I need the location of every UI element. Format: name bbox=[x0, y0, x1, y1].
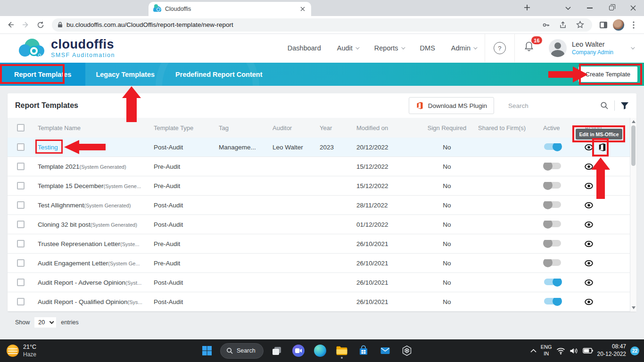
browser-menu-icon[interactable] bbox=[627, 18, 640, 32]
mail-icon[interactable] bbox=[377, 342, 394, 359]
preview-eye-icon[interactable] bbox=[585, 144, 593, 150]
nav-dms[interactable]: DMS bbox=[420, 44, 435, 52]
row-checkbox[interactable] bbox=[17, 279, 25, 286]
edit-in-ms-office-icon[interactable] bbox=[598, 142, 607, 152]
preview-eye-icon[interactable] bbox=[585, 222, 593, 228]
nav-dashboard[interactable]: Dashboard bbox=[288, 44, 321, 52]
preview-eye-icon[interactable] bbox=[585, 280, 593, 286]
help-icon[interactable]: ? bbox=[494, 42, 506, 54]
microsoft-store-icon[interactable] bbox=[355, 342, 372, 359]
start-button[interactable] bbox=[198, 342, 215, 359]
row-checkbox[interactable] bbox=[17, 221, 25, 228]
template-name[interactable]: Template 15 December bbox=[38, 182, 104, 189]
file-explorer-icon[interactable] bbox=[333, 342, 350, 359]
edge-browser-icon[interactable] bbox=[312, 342, 329, 359]
tab-legacy-templates[interactable]: Legacy Templates bbox=[85, 63, 165, 86]
nav-admin[interactable]: Admin bbox=[451, 44, 476, 52]
taskbar-clock[interactable]: 08:47 20-12-2022 bbox=[597, 343, 626, 358]
row-checkbox[interactable] bbox=[17, 259, 25, 267]
browser-profile-avatar[interactable] bbox=[612, 18, 625, 32]
tab-close-icon[interactable] bbox=[299, 5, 306, 13]
window-minimize-icon[interactable] bbox=[579, 0, 601, 16]
forward-icon[interactable] bbox=[19, 18, 32, 32]
preview-eye-icon[interactable] bbox=[585, 164, 593, 170]
scroll-up-icon[interactable] bbox=[632, 120, 636, 123]
select-all-checkbox[interactable] bbox=[17, 124, 25, 132]
side-panel-icon[interactable] bbox=[597, 18, 610, 32]
active-toggle[interactable] bbox=[544, 221, 561, 227]
nav-audit[interactable]: Audit bbox=[337, 44, 358, 52]
task-view-icon[interactable] bbox=[268, 342, 285, 359]
tab-predefined-report-content[interactable]: Predefined Report Content bbox=[165, 63, 272, 86]
download-ms-plugin-button[interactable]: Download MS Plugin bbox=[409, 97, 494, 114]
sign-required: No bbox=[420, 240, 478, 247]
volume-icon[interactable] bbox=[570, 347, 578, 354]
preview-eye-icon[interactable] bbox=[585, 299, 593, 305]
browser-address-bar: bu.cloudoffis.com.au/CloudOffis/report-t… bbox=[0, 16, 644, 33]
password-key-icon[interactable] bbox=[539, 18, 553, 32]
row-checkbox[interactable] bbox=[17, 143, 25, 151]
preview-eye-icon[interactable] bbox=[585, 202, 593, 208]
row-checkbox[interactable] bbox=[17, 201, 25, 209]
active-toggle[interactable] bbox=[544, 298, 561, 304]
window-restore-icon[interactable] bbox=[601, 0, 622, 16]
active-toggle[interactable] bbox=[544, 182, 561, 189]
table-scrollbar[interactable] bbox=[630, 118, 636, 312]
back-icon[interactable] bbox=[4, 18, 17, 32]
active-toggle[interactable] bbox=[544, 143, 561, 150]
template-name[interactable]: Testing bbox=[38, 144, 58, 151]
template-name[interactable]: Audit Report - Qualified Opinion bbox=[38, 298, 128, 305]
user-menu[interactable]: Leo Walter Company Admin bbox=[549, 39, 634, 57]
tab-search-chevron-icon[interactable] bbox=[557, 0, 579, 16]
url-omnibox[interactable]: bu.cloudoffis.com.au/CloudOffis/report-t… bbox=[52, 18, 592, 32]
preview-eye-icon[interactable] bbox=[585, 260, 593, 266]
nav-reports[interactable]: Reports bbox=[374, 44, 404, 52]
row-checkbox[interactable] bbox=[17, 298, 25, 305]
tab-report-templates[interactable]: Report Templates bbox=[0, 63, 85, 86]
window-close-icon[interactable] bbox=[622, 0, 644, 16]
search-input[interactable] bbox=[508, 102, 600, 109]
preview-eye-icon[interactable] bbox=[585, 183, 593, 189]
cloudoffis-logo[interactable]: cloudoffis SMSF Auditomation bbox=[19, 38, 115, 58]
template-name[interactable]: Audit Report - Adverse Opinion bbox=[38, 279, 125, 286]
taskbar-weather-widget[interactable]: 21°C Haze bbox=[0, 344, 104, 358]
active-toggle[interactable] bbox=[544, 259, 561, 266]
language-indicator[interactable]: ENG IN bbox=[541, 344, 552, 357]
preview-eye-icon[interactable] bbox=[585, 241, 593, 247]
active-toggle[interactable] bbox=[544, 201, 561, 208]
template-name[interactable]: Test Allighnment bbox=[38, 202, 84, 209]
template-name[interactable]: Template 2021 bbox=[38, 163, 80, 170]
row-checkbox[interactable] bbox=[17, 240, 25, 247]
taskbar-search[interactable]: Search bbox=[220, 343, 264, 359]
sign-required: No bbox=[420, 221, 478, 228]
3d-viewer-icon[interactable] bbox=[398, 342, 415, 359]
template-name[interactable]: Trustee Represenation Letter bbox=[38, 240, 120, 247]
chat-icon[interactable] bbox=[290, 342, 307, 359]
reload-icon[interactable] bbox=[34, 18, 47, 32]
active-toggle[interactable] bbox=[544, 163, 561, 169]
battery-icon[interactable] bbox=[583, 348, 593, 354]
create-template-button[interactable]: Create Template bbox=[578, 66, 637, 82]
scroll-down-icon[interactable] bbox=[632, 306, 636, 309]
taskbar-notification-badge[interactable]: 22 bbox=[630, 346, 639, 355]
section-tab-bar: Report Templates Legacy Templates Predef… bbox=[0, 63, 644, 86]
share-icon[interactable] bbox=[556, 18, 570, 32]
active-toggle[interactable] bbox=[544, 279, 561, 285]
logo-title: cloudoffis bbox=[51, 38, 115, 51]
browser-tab[interactable]: Cloudoffis bbox=[149, 2, 311, 16]
search-icon[interactable] bbox=[600, 101, 609, 110]
active-toggle[interactable] bbox=[544, 240, 561, 247]
row-checkbox[interactable] bbox=[17, 182, 25, 189]
wifi-icon[interactable] bbox=[556, 347, 565, 354]
notifications-bell[interactable]: 16 bbox=[523, 40, 537, 56]
entries-per-page-select[interactable]: 20 bbox=[34, 317, 56, 328]
template-name[interactable]: Cloning 32 bit post bbox=[38, 221, 91, 228]
new-tab-icon[interactable] bbox=[521, 1, 533, 14]
bookmark-star-icon[interactable] bbox=[573, 18, 586, 32]
scrollbar-thumb[interactable] bbox=[631, 125, 636, 166]
entries-footer: Show 20 entries bbox=[15, 317, 636, 328]
tray-expand-icon[interactable] bbox=[530, 349, 537, 353]
filter-icon[interactable] bbox=[620, 102, 629, 110]
row-checkbox[interactable] bbox=[17, 163, 25, 170]
template-name[interactable]: Audit Engagement Letter bbox=[38, 260, 108, 267]
